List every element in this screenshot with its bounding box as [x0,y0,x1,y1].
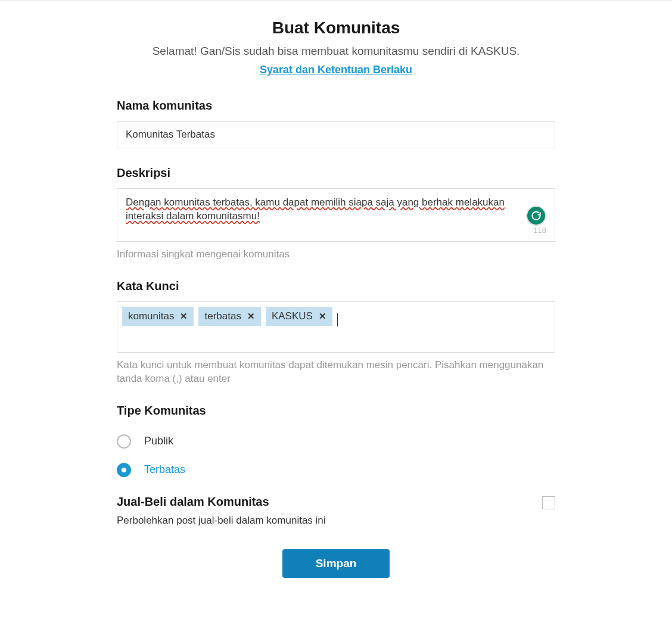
description-help: Informasi singkat mengenai komunitas [117,248,555,262]
grammarly-icon[interactable] [526,206,546,226]
radio-dot-icon [122,468,126,472]
submit-wrap: Simpan [117,549,555,596]
radio-terbatas[interactable]: Terbatas [117,463,555,477]
save-button[interactable]: Simpan [282,549,390,578]
jualbeli-checkbox[interactable] [542,496,555,509]
close-icon[interactable]: ✕ [180,311,188,322]
keywords-label: Kata Kunci [117,279,555,293]
subtitle: Selamat! Gan/Sis sudah bisa membuat komu… [117,45,555,58]
jualbeli-description: Perbolehkan post jual-beli dalam komunit… [117,515,326,527]
name-label: Nama komunitas [117,99,555,113]
type-label: Tipe Komunitas [117,404,555,418]
terms-link[interactable]: Syarat dan Ketentuan Berlaku [260,64,412,76]
keyword-tag: komunitas ✕ [122,307,194,326]
page-title: Buat Komunitas [117,18,555,38]
description-value: Dengan komunitas terbatas, kamu dapat me… [126,196,511,223]
keywords-input[interactable]: komunitas ✕ terbatas ✕ KASKUS ✕ [117,301,555,353]
tag-label: KASKUS [272,310,313,322]
jualbeli-label: Jual-Beli dalam Komunitas [117,495,326,509]
radio-label: Publik [144,435,173,447]
jualbeli-text: Jual-Beli dalam Komunitas Perbolehkan po… [117,495,326,527]
keyword-tag: KASKUS ✕ [266,307,332,326]
close-icon[interactable]: ✕ [319,311,326,322]
jualbeli-section: Jual-Beli dalam Komunitas Perbolehkan po… [117,495,555,527]
header: Buat Komunitas Selamat! Gan/Sis sudah bi… [117,18,555,76]
description-textarea[interactable]: Dengan komunitas terbatas, kamu dapat me… [117,188,555,242]
char-count: 118 [533,226,546,235]
radio-publik[interactable]: Publik [117,434,555,449]
type-section: Tipe Komunitas Publik Terbatas [117,404,555,477]
grammarly-badge: 118 [526,206,546,235]
radio-icon [117,434,131,449]
keywords-section: Kata Kunci komunitas ✕ terbatas ✕ KASKUS… [117,279,555,386]
description-label: Deskripsi [117,166,555,180]
description-section: Deskripsi Dengan komunitas terbatas, kam… [117,166,555,262]
keywords-help: Kata kunci untuk membuat komunitas dapat… [117,359,555,386]
keyword-tag: terbatas ✕ [198,307,260,326]
radio-label: Terbatas [144,463,185,476]
radio-icon [117,463,131,477]
name-input[interactable] [117,121,555,148]
tag-label: terbatas [204,310,241,322]
tag-label: komunitas [128,310,174,322]
create-community-form: Buat Komunitas Selamat! Gan/Sis sudah bi… [110,18,562,596]
name-section: Nama komunitas [117,99,555,148]
close-icon[interactable]: ✕ [247,311,255,322]
text-cursor [337,313,338,326]
